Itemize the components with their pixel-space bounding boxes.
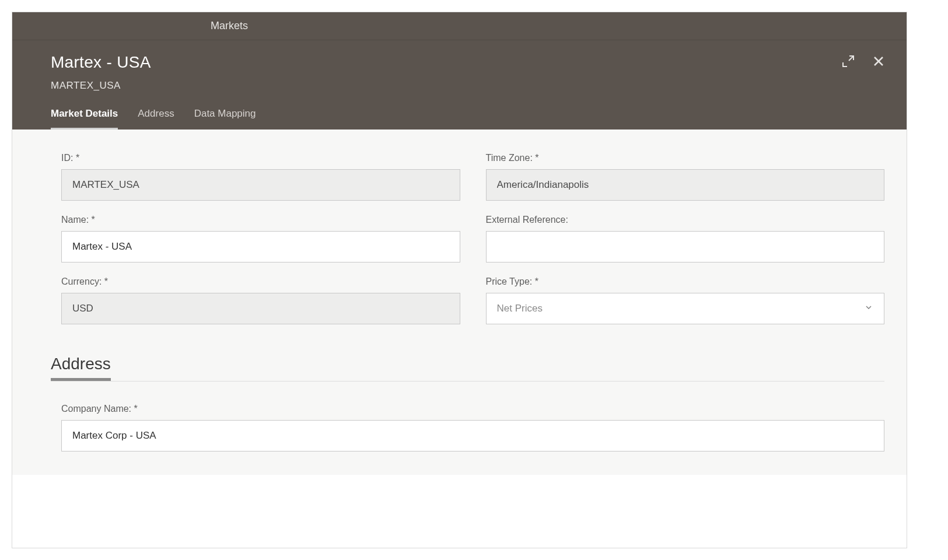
breadcrumb-title: Markets	[211, 20, 248, 32]
chevron-down-icon	[864, 303, 873, 315]
panel-header: Martex - USA MARTEX_USA Market Details A…	[12, 40, 907, 130]
currency-label: Currency: *	[61, 276, 460, 287]
price-type-label: Price Type: *	[486, 276, 885, 287]
breadcrumb-bar: Markets	[12, 12, 907, 40]
tab-address[interactable]: Address	[138, 108, 174, 130]
name-label: Name: *	[61, 215, 460, 225]
page-subtitle: MARTEX_USA	[51, 80, 883, 92]
timezone-field[interactable]	[486, 169, 885, 201]
header-actions	[841, 54, 886, 68]
company-name-label: Company Name: *	[61, 404, 884, 414]
page-title: Martex - USA	[51, 53, 883, 72]
external-reference-label: External Reference:	[486, 215, 885, 225]
id-label: ID: *	[61, 153, 460, 163]
id-field[interactable]	[61, 169, 460, 201]
address-heading: Address	[51, 355, 111, 381]
currency-field[interactable]	[61, 293, 460, 324]
tab-market-details[interactable]: Market Details	[51, 108, 118, 130]
expand-icon[interactable]	[841, 54, 855, 68]
tabs: Market Details Address Data Mapping	[51, 108, 883, 130]
name-field[interactable]	[61, 231, 460, 262]
market-editor-panel: Markets Martex - USA MARTEX_USA Market D…	[12, 12, 907, 548]
address-section-header: Address	[51, 355, 884, 382]
close-icon[interactable]	[872, 54, 886, 68]
tab-data-mapping[interactable]: Data Mapping	[194, 108, 256, 130]
price-type-selected-value: Net Prices	[497, 303, 543, 314]
external-reference-field[interactable]	[486, 231, 885, 262]
timezone-label: Time Zone: *	[486, 153, 885, 163]
price-type-select[interactable]: Net Prices	[486, 293, 885, 324]
company-name-field[interactable]	[61, 420, 884, 452]
form-content: ID: * Time Zone: * Name: * External Refe…	[12, 130, 907, 475]
svg-line-0	[849, 56, 853, 61]
